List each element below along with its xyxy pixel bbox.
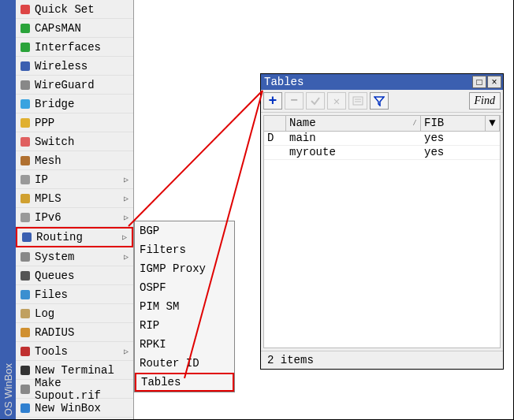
sidebar-item-label: RADIUS xyxy=(35,326,74,339)
sidebar-item-label: CAPsMAN xyxy=(35,22,81,35)
sidebar-item-label: Log xyxy=(35,307,54,320)
sidebar-item-label: PPP xyxy=(35,117,54,129)
menu-icon xyxy=(19,22,32,35)
table-header: Name∕ FIB ▼ xyxy=(264,116,500,132)
sidebar-item-switch[interactable]: Switch xyxy=(16,132,133,151)
svg-rect-23 xyxy=(353,97,363,105)
comment-button[interactable] xyxy=(348,92,367,110)
submenu-arrow-icon: ▷ xyxy=(124,194,128,203)
table-row[interactable]: Dmainyes xyxy=(264,132,500,146)
disable-button[interactable]: ✕ xyxy=(327,92,346,110)
sidebar-item-label: Quick Set xyxy=(35,3,95,16)
submenu-item-router-id[interactable]: Router ID xyxy=(135,354,234,373)
sidebar-item-label: Interfaces xyxy=(35,41,101,54)
sidebar-item-make-supout-rif[interactable]: Make Supout.rif xyxy=(16,380,133,399)
table-row[interactable]: myrouteyes xyxy=(264,146,500,160)
filter-button[interactable] xyxy=(370,92,389,110)
sidebar-item-label: Switch xyxy=(35,136,74,148)
remove-button[interactable]: − xyxy=(285,92,304,110)
sidebar-item-tools[interactable]: Tools▷ xyxy=(16,342,133,361)
svg-rect-12 xyxy=(22,232,32,242)
sidebar-item-label: IP xyxy=(35,173,48,186)
submenu-arrow-icon: ▷ xyxy=(124,347,128,356)
cell-flag: D xyxy=(264,132,286,145)
sidebar-item-ppp[interactable]: PPP xyxy=(16,113,133,132)
col-fib[interactable]: FIB xyxy=(421,116,486,131)
submenu-item-bgp[interactable]: BGP xyxy=(135,221,234,240)
menu-icon xyxy=(20,231,33,243)
sidebar-item-files[interactable]: Files xyxy=(16,285,133,304)
sidebar-item-wireless[interactable]: Wireless xyxy=(16,57,133,76)
cell-name: myroute xyxy=(286,146,421,159)
col-name[interactable]: Name∕ xyxy=(286,116,421,131)
window-title: Tables xyxy=(263,76,471,88)
svg-rect-17 xyxy=(20,328,30,337)
sidebar-item-radius[interactable]: RADIUS xyxy=(16,323,133,342)
menu-icon xyxy=(19,98,32,110)
sidebar-item-label: WireGuard xyxy=(35,79,95,91)
svg-rect-20 xyxy=(20,385,30,394)
sidebar-item-label: Tools xyxy=(35,345,68,358)
sidebar-item-quick-set[interactable]: Quick Set xyxy=(16,0,133,19)
svg-line-26 xyxy=(128,91,263,226)
menu-icon xyxy=(19,3,32,16)
sidebar-item-label: New Terminal xyxy=(35,364,114,377)
sidebar-item-mpls[interactable]: MPLS▷ xyxy=(16,189,133,208)
menu-icon xyxy=(19,79,32,91)
sidebar-item-log[interactable]: Log xyxy=(16,304,133,323)
sidebar-item-system[interactable]: System▷ xyxy=(16,247,133,266)
svg-rect-4 xyxy=(20,80,30,90)
submenu-arrow-icon: ▷ xyxy=(124,213,128,222)
submenu-arrow-icon: ▷ xyxy=(124,175,128,184)
menu-icon xyxy=(19,345,32,358)
sidebar-item-ip[interactable]: IP▷ xyxy=(16,170,133,189)
sidebar-item-label: Queues xyxy=(35,269,74,282)
menu-icon xyxy=(19,251,32,263)
svg-rect-21 xyxy=(20,403,30,413)
submenu-item-tables[interactable]: Tables xyxy=(135,373,234,392)
enable-button[interactable] xyxy=(306,92,325,110)
submenu-item-rip[interactable]: RIP xyxy=(135,316,234,335)
sidebar-item-bridge[interactable]: Bridge xyxy=(16,95,133,113)
sidebar: Quick SetCAPsMANInterfacesWirelessWireGu… xyxy=(16,0,134,420)
col-menu[interactable]: ▼ xyxy=(486,116,500,131)
svg-rect-0 xyxy=(20,5,30,14)
routing-submenu: BGPFiltersIGMP ProxyOSPFPIM SMRIPRPKIRou… xyxy=(134,221,235,392)
submenu-item-igmp-proxy[interactable]: IGMP Proxy xyxy=(135,259,234,278)
minimize-button[interactable]: □ xyxy=(472,76,486,88)
toolbar: + − ✕ Find xyxy=(261,90,503,113)
submenu-item-pim-sm[interactable]: PIM SM xyxy=(135,297,234,316)
menu-icon xyxy=(19,326,32,339)
submenu-arrow-icon: ▷ xyxy=(124,252,128,262)
table: Name∕ FIB ▼ Dmainyesmyrouteyes xyxy=(263,115,501,348)
sidebar-item-mesh[interactable]: Mesh xyxy=(16,151,133,170)
submenu-item-ospf[interactable]: OSPF xyxy=(135,278,234,297)
menu-icon xyxy=(19,364,32,377)
menu-icon xyxy=(19,402,32,414)
sidebar-item-queues[interactable]: Queues xyxy=(16,266,133,285)
svg-rect-2 xyxy=(20,43,30,52)
table-body: Dmainyesmyrouteyes xyxy=(264,132,500,160)
sidebar-item-interfaces[interactable]: Interfaces xyxy=(16,38,133,57)
sidebar-item-label: New WinBox xyxy=(35,402,101,414)
sidebar-item-new-winbox[interactable]: New WinBox xyxy=(16,399,133,418)
sidebar-item-label: IPv6 xyxy=(35,211,61,224)
menu-icon xyxy=(19,60,32,72)
cell-fib: yes xyxy=(421,146,486,159)
submenu-item-filters[interactable]: Filters xyxy=(135,240,234,259)
svg-rect-1 xyxy=(20,24,30,33)
sidebar-item-label: Bridge xyxy=(35,98,74,110)
sidebar-item-ipv6[interactable]: IPv6▷ xyxy=(16,208,133,227)
tables-window: Tables □ × + − ✕ Find Name∕ FIB ▼ Dmainy… xyxy=(260,73,504,370)
sidebar-item-wireguard[interactable]: WireGuard xyxy=(16,76,133,95)
submenu-item-rpki[interactable]: RPKI xyxy=(135,335,234,354)
sidebar-item-routing[interactable]: Routing▷ xyxy=(16,227,133,247)
menu-icon xyxy=(19,117,32,129)
sidebar-item-label: MPLS xyxy=(35,192,61,205)
find-button[interactable]: Find xyxy=(469,92,501,110)
col-flag[interactable] xyxy=(264,116,286,131)
sidebar-item-capsman[interactable]: CAPsMAN xyxy=(16,19,133,38)
close-button[interactable]: × xyxy=(487,76,501,88)
cell-fib: yes xyxy=(421,132,486,145)
add-button[interactable]: + xyxy=(263,92,282,110)
